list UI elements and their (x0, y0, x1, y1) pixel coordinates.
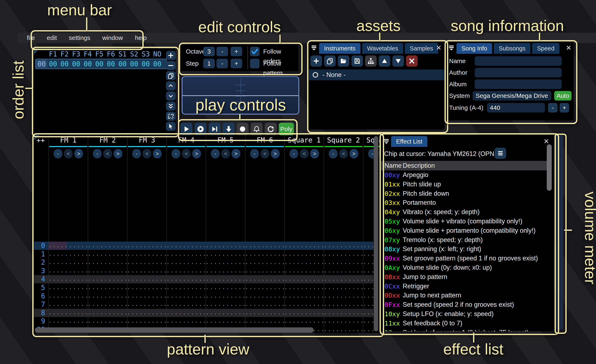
pattern-cell[interactable]: ............ (324, 317, 363, 325)
order-cell[interactable]: 00 (128, 60, 140, 68)
order-cell[interactable]: 00 (105, 60, 117, 68)
tuning-plus-button[interactable]: + (559, 103, 569, 112)
pattern-cell[interactable]: ............ (48, 284, 88, 291)
effect-row[interactable]: 0BxxJump to pattern (381, 272, 554, 282)
name-field[interactable] (475, 56, 562, 66)
pattern-cell[interactable]: ............ (324, 300, 363, 308)
shrink-channel-button[interactable]: < (182, 149, 191, 158)
effect-row[interactable]: 01xxPitch slide up (381, 180, 554, 189)
pattern-cell[interactable]: ............ (284, 284, 324, 291)
menu-item-edit[interactable]: edit (47, 34, 57, 41)
effect-row[interactable]: 10xySetup LFO (x: enable; y: speed) (381, 309, 554, 319)
pattern-cell[interactable]: ............ (245, 292, 284, 299)
album-field[interactable] (475, 80, 562, 89)
pattern-cell[interactable]: ............ (166, 309, 206, 316)
pattern-cell[interactable]: ............ (324, 326, 363, 333)
pattern-cell[interactable]: ............ (166, 267, 206, 274)
pattern-cell[interactable]: ............ (127, 267, 166, 274)
effect-row[interactable]: 02xxPitch slide down (381, 189, 554, 198)
auto-system-button[interactable]: Auto (554, 91, 572, 101)
effect-row[interactable]: 05xyVolume slide + vibrato (compatibilit… (381, 217, 554, 226)
pattern-cell[interactable]: ............ (206, 258, 245, 266)
shrink-channel-button[interactable]: < (64, 149, 73, 158)
channel-name[interactable]: Square 1 (285, 136, 324, 144)
pattern-cell[interactable]: ............ (48, 309, 88, 316)
channel-name[interactable]: FM 5 (206, 136, 245, 144)
shrink-channel-button[interactable]: < (300, 149, 309, 158)
shrink-channel-button[interactable]: < (221, 149, 230, 158)
duplicate-instrument-button[interactable] (324, 55, 336, 67)
window-menu-icon[interactable] (448, 45, 454, 51)
channel-name[interactable]: FM 3 (127, 136, 166, 144)
effect-row[interactable]: 12xxSet level of operator 1 (0 highest, … (381, 328, 554, 331)
pattern-cell[interactable]: ............ (127, 292, 166, 299)
follow-orders-checkbox[interactable] (250, 47, 260, 56)
order-edit-mode-button[interactable] (166, 122, 176, 131)
collapse-channel-button[interactable]: - (290, 149, 298, 158)
add-instrument-button[interactable] (310, 55, 322, 67)
collapse-channel-button[interactable]: - (132, 149, 141, 158)
pattern-cell[interactable]: ............ (206, 300, 245, 308)
tab-song-info[interactable]: Song Info (456, 43, 492, 54)
expand-channel-button[interactable]: > (271, 149, 280, 158)
tab-speed[interactable]: Speed (532, 43, 559, 54)
pattern-cell[interactable]: ............ (127, 250, 166, 257)
order-cell[interactable]: 00 (117, 60, 128, 68)
expand-channel-button[interactable]: > (231, 149, 240, 158)
effect-row[interactable]: 06xyVolume slide + portamento (compatibi… (381, 226, 554, 235)
tuning-minus-button[interactable]: - (548, 103, 558, 112)
effect-list-menu-button[interactable] (495, 148, 506, 159)
effect-row[interactable]: 00xyArpeggio (381, 170, 554, 180)
pattern-cell[interactable]: ............ (88, 267, 127, 274)
pattern-cell[interactable]: ............ (127, 309, 166, 316)
channel-name[interactable]: FM 6 (246, 136, 284, 144)
tab-effect-list[interactable]: Effect List (391, 136, 427, 147)
pattern-cell[interactable]: ............ (206, 309, 245, 316)
add-order-button[interactable] (166, 51, 176, 60)
expand-channel-button[interactable]: > (350, 149, 358, 158)
collapse-channel-button[interactable]: - (250, 149, 259, 158)
pattern-cell[interactable]: ............ (245, 309, 284, 316)
play-from-cursor-button[interactable] (209, 123, 221, 135)
pattern-cell[interactable]: ............ (127, 284, 166, 291)
system-select[interactable]: Sega Genesis/Mega Drive (473, 91, 551, 101)
octave-plus-button[interactable]: + (231, 47, 242, 56)
pattern-cell[interactable]: ............ (166, 317, 206, 325)
pattern-row[interactable]: 2.......................................… (34, 258, 373, 267)
pattern-cell[interactable]: ............ (245, 250, 284, 257)
pattern-cell[interactable]: ............ (324, 258, 363, 266)
pattern-row[interactable]: 6.......................................… (34, 292, 373, 300)
pattern-cell[interactable]: ............ (206, 241, 245, 249)
instrument-folders-button[interactable] (365, 55, 377, 67)
tab-subsongs[interactable]: Subsongs (494, 43, 530, 54)
pattern-cell[interactable]: ............ (88, 300, 127, 308)
order-cell[interactable]: 00 (70, 60, 82, 68)
channel-name[interactable]: FM 2 (88, 136, 127, 144)
pattern-cell[interactable]: ............ (324, 309, 363, 316)
pattern-cell[interactable]: ............ (284, 258, 324, 266)
author-field[interactable] (475, 68, 562, 77)
collapse-channel-button[interactable]: - (329, 149, 337, 158)
pattern-cell[interactable]: ............ (324, 284, 363, 291)
pattern-expand-button[interactable]: ++ (37, 136, 45, 144)
pattern-row[interactable]: 9.......................................… (34, 317, 373, 325)
pattern-cell[interactable]: ............ (88, 309, 127, 316)
expand-channel-button[interactable]: > (114, 149, 122, 158)
pattern-cell[interactable]: ............ (166, 275, 206, 283)
tab-instruments[interactable]: Instruments (319, 43, 360, 54)
pattern-cell[interactable]: ............ (166, 300, 206, 308)
expand-channel-button[interactable]: > (310, 149, 319, 158)
octave-value[interactable]: 3 (203, 47, 215, 56)
pattern-cell[interactable]: ............ (284, 267, 324, 274)
delete-instrument-button[interactable] (406, 55, 418, 67)
pattern-cell[interactable]: ............ (284, 300, 324, 308)
metronome-button[interactable] (251, 123, 263, 135)
channel-name[interactable]: FM 1 (49, 136, 88, 144)
pattern-cell[interactable]: ............ (284, 275, 324, 283)
pattern-cell[interactable]: ............ (284, 317, 324, 325)
close-icon[interactable]: × (544, 137, 549, 146)
pattern-cell[interactable]: ............ (88, 258, 127, 266)
expand-channel-button[interactable]: > (153, 149, 162, 158)
window-menu-icon[interactable] (311, 45, 317, 51)
pattern-cell[interactable]: ............ (324, 267, 363, 274)
